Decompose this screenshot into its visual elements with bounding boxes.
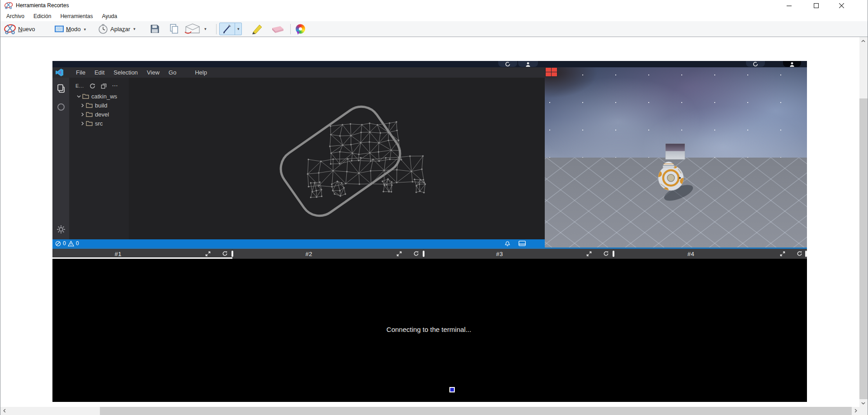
aplazar-dropdown-icon[interactable]: ▾ bbox=[133, 27, 136, 31]
aplazar-button[interactable]: Aplazar ▾ bbox=[98, 24, 136, 34]
terminal-message: Connecting to the terminal... bbox=[387, 326, 472, 333]
editor-area bbox=[129, 78, 545, 239]
menu-edicion[interactable]: Edición bbox=[29, 12, 56, 21]
highlighter-button[interactable] bbox=[250, 23, 263, 35]
tab-3[interactable]: #3 bbox=[424, 249, 613, 259]
refresh-icon[interactable] bbox=[603, 251, 609, 256]
modo-dropdown-icon[interactable]: ▾ bbox=[84, 27, 86, 31]
cutoff-user-button[interactable] bbox=[518, 61, 538, 67]
paint3d-button[interactable] bbox=[296, 24, 305, 34]
toolbar-separator bbox=[290, 24, 291, 34]
save-icon bbox=[150, 24, 160, 34]
pen-button-selected[interactable]: ▾ bbox=[219, 23, 242, 35]
activity-bar bbox=[52, 78, 69, 239]
chevron-right-icon bbox=[80, 103, 85, 107]
copy-button[interactable] bbox=[170, 24, 179, 34]
more-actions-icon[interactable]: ⋯ bbox=[112, 84, 118, 88]
mode-selection-icon bbox=[55, 26, 64, 33]
scroll-left-arrow[interactable] bbox=[0, 407, 8, 415]
explorer-title: E... bbox=[75, 83, 84, 89]
code-menu-selection[interactable]: Selection bbox=[109, 69, 142, 76]
refresh-icon[interactable] bbox=[222, 251, 228, 256]
gazebo-grid-red-icon[interactable] bbox=[545, 67, 557, 77]
save-button[interactable] bbox=[150, 24, 160, 34]
notifications-bell-icon[interactable] bbox=[505, 240, 510, 247]
tree-item-devel[interactable]: devel bbox=[80, 110, 109, 119]
folder-icon bbox=[86, 121, 93, 126]
chevron-down-icon bbox=[76, 94, 81, 98]
snipping-tool-window: Herramienta Recortes Archivo Edición Her… bbox=[0, 0, 868, 415]
minimize-icon bbox=[787, 3, 792, 8]
scrollbar-corner bbox=[859, 407, 868, 415]
code-status-bar: 0 0 bbox=[52, 239, 545, 247]
menu-archivo[interactable]: Archivo bbox=[2, 12, 29, 21]
code-menu-help[interactable]: Help bbox=[190, 69, 212, 76]
panel-layout-icon[interactable] bbox=[519, 241, 526, 246]
explorer-header: E... ⋯ bbox=[69, 81, 129, 90]
pen-dropdown-icon[interactable]: ▾ bbox=[235, 23, 240, 35]
code-menu-view[interactable]: View bbox=[142, 69, 164, 76]
terminal-pane[interactable]: Connecting to the terminal... bbox=[52, 259, 807, 402]
expand-icon[interactable] bbox=[396, 251, 402, 256]
problems-indicator[interactable]: 0 0 bbox=[55, 240, 79, 247]
horizontal-scroll-thumb[interactable] bbox=[100, 407, 852, 415]
new-snip-icon bbox=[4, 23, 16, 35]
cutoff-refresh-button[interactable] bbox=[498, 61, 517, 67]
maximize-button[interactable] bbox=[806, 0, 826, 11]
modo-button[interactable]: Modo ▾ bbox=[55, 26, 86, 33]
explorer-refresh-icon[interactable] bbox=[90, 83, 95, 89]
tab-label: #2 bbox=[305, 251, 312, 257]
tab-label: #3 bbox=[496, 251, 503, 257]
tab-1[interactable]: #1 bbox=[52, 249, 232, 259]
wireframe-mesh-view bbox=[129, 78, 545, 239]
vertical-scroll-thumb[interactable] bbox=[859, 98, 868, 399]
menu-herramientas[interactable]: Herramientas bbox=[56, 12, 97, 21]
expand-icon[interactable] bbox=[205, 251, 211, 256]
aplazar-label: Aplazar bbox=[110, 26, 130, 33]
scroll-right-arrow[interactable] bbox=[852, 407, 859, 415]
toolbar-separator bbox=[216, 24, 217, 34]
expand-icon[interactable] bbox=[780, 251, 785, 256]
code-editor-pane: File Edit Selection View Go Help bbox=[52, 67, 545, 247]
modo-label: Modo bbox=[66, 26, 81, 33]
email-button[interactable]: ▾ bbox=[184, 23, 207, 35]
folder-icon bbox=[86, 103, 93, 108]
tab-label: #1 bbox=[115, 251, 122, 257]
expand-icon[interactable] bbox=[586, 251, 592, 256]
code-menu-file[interactable]: File bbox=[71, 69, 90, 76]
tree-item-label: src bbox=[95, 120, 103, 127]
tab-divider bbox=[805, 251, 807, 257]
gazebo-sim-pane bbox=[545, 67, 807, 247]
tab-4[interactable]: #4 bbox=[613, 249, 807, 259]
scroll-up-arrow[interactable] bbox=[859, 37, 867, 45]
email-dropdown-icon[interactable]: ▾ bbox=[204, 27, 207, 31]
code-menu-go[interactable]: Go bbox=[164, 69, 181, 76]
vertical-scrollbar[interactable] bbox=[859, 37, 868, 407]
close-button[interactable] bbox=[831, 0, 852, 11]
captured-screenshot: File Edit Selection View Go Help bbox=[52, 61, 807, 402]
toolbar: Nuevo Modo ▾ Aplazar ▾ bbox=[0, 21, 868, 37]
eraser-button[interactable] bbox=[269, 23, 285, 34]
horizontal-scrollbar[interactable] bbox=[0, 407, 859, 415]
nuevo-button[interactable]: Nuevo bbox=[4, 23, 35, 35]
cutoff-refresh-button[interactable] bbox=[746, 61, 765, 67]
tab-2[interactable]: #2 bbox=[232, 249, 424, 259]
collapse-folders-icon[interactable] bbox=[101, 83, 107, 89]
explorer-icon[interactable] bbox=[57, 84, 66, 93]
refresh-icon[interactable] bbox=[413, 251, 419, 256]
refresh-icon[interactable] bbox=[797, 251, 802, 256]
cutoff-user-button[interactable] bbox=[783, 61, 801, 67]
paint3d-icon bbox=[296, 24, 305, 34]
scroll-down-arrow[interactable] bbox=[859, 399, 867, 407]
menu-ayuda[interactable]: Ayuda bbox=[97, 12, 122, 21]
tree-item-build[interactable]: build bbox=[80, 101, 107, 110]
capture-top-strip bbox=[52, 61, 807, 67]
ring-icon[interactable] bbox=[57, 103, 65, 111]
code-menu-edit[interactable]: Edit bbox=[90, 69, 109, 76]
copy-icon bbox=[170, 24, 179, 34]
tab-label: #4 bbox=[687, 251, 694, 257]
minimize-button[interactable] bbox=[778, 0, 799, 11]
tree-item-catkin-ws[interactable]: catkin_ws bbox=[76, 92, 117, 101]
tree-item-src[interactable]: src bbox=[80, 119, 103, 128]
settings-gear-icon[interactable] bbox=[57, 225, 66, 234]
